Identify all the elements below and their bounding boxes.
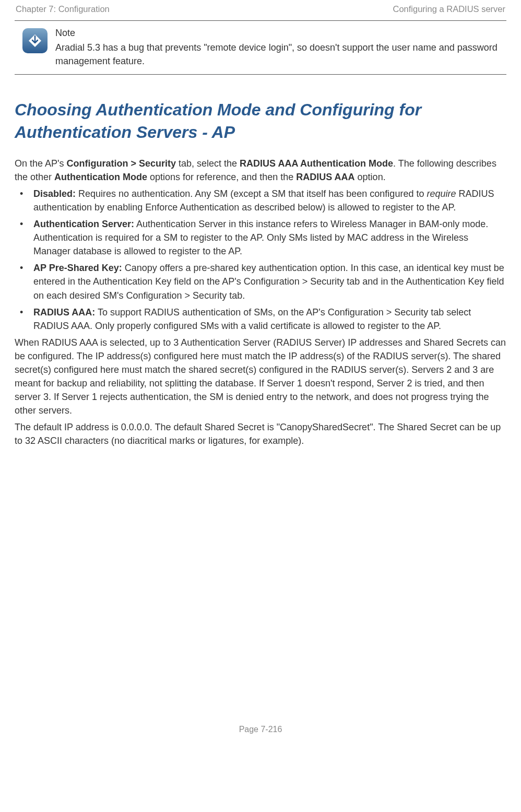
list-item: Authentication Server: Authentication Se…	[15, 217, 506, 258]
paragraph-2: When RADIUS AAA is selected, up to 3 Aut…	[15, 336, 506, 418]
page-footer: Page 7-216	[15, 725, 506, 734]
list-item: RADIUS AAA: To support RADIUS authentica…	[15, 305, 506, 333]
paragraph-3: The default IP address is 0.0.0.0. The d…	[15, 420, 506, 448]
header-right: Configuring a RADIUS server	[393, 4, 506, 14]
note-body-text: Aradial 5.3 has a bug that prevents "rem…	[55, 41, 506, 68]
note-callout: Note Aradial 5.3 has a bug that prevents…	[15, 20, 506, 75]
section-title: Choosing Authentication Mode and Configu…	[15, 99, 506, 144]
header-left: Chapter 7: Configuration	[16, 4, 110, 14]
note-icon-cell	[15, 26, 55, 53]
note-icon	[22, 28, 48, 53]
list-item: AP Pre-Shared Key: Canopy offers a pre-s…	[15, 261, 506, 302]
options-list: Disabled: Requires no authentication. An…	[15, 187, 506, 333]
note-title: Note	[55, 26, 506, 40]
list-item: Disabled: Requires no authentication. An…	[15, 187, 506, 214]
intro-paragraph: On the AP's Configuration > Security tab…	[15, 157, 506, 184]
page-header: Chapter 7: Configuration Configuring a R…	[15, 4, 506, 20]
